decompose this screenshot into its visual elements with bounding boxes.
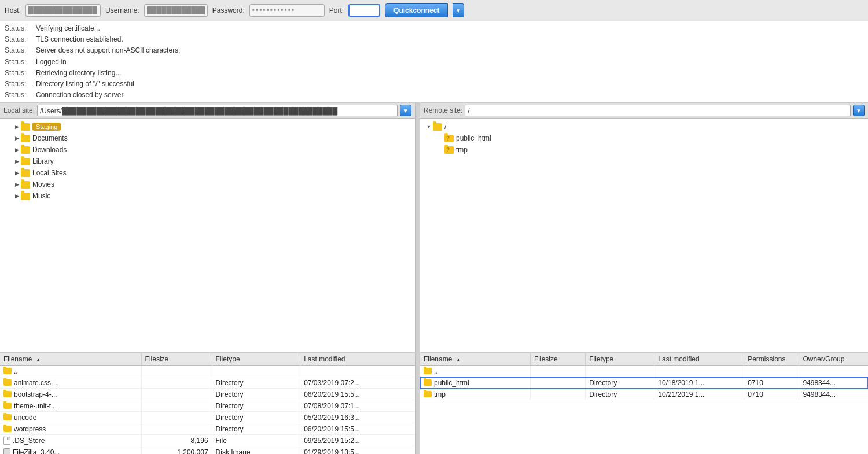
col-filetype-header[interactable]: Filetype xyxy=(212,353,300,366)
tree-item-public-html[interactable]: ▶ public_html xyxy=(420,132,868,144)
col-ownergroup-label: Owner/Group xyxy=(803,355,844,363)
col-filesize-label: Filesize xyxy=(145,355,169,363)
tree-arrow: ▶ xyxy=(13,170,21,176)
local-tree[interactable]: ▶ Staging ▶ Documents ▶ Downloads ▶ Libr… xyxy=(0,119,415,352)
col-filename-header[interactable]: Filename ▲ xyxy=(0,353,141,366)
col-ownergroup-header[interactable]: Owner/Group xyxy=(799,353,868,366)
table-row[interactable]: .. xyxy=(420,366,868,377)
host-input[interactable] xyxy=(25,4,101,17)
tree-arrow: ▶ xyxy=(13,147,21,153)
file-type-cell: Directory xyxy=(212,400,300,412)
remote-site-label: Remote site: xyxy=(424,106,462,115)
file-size-cell xyxy=(531,366,586,377)
remote-site-path[interactable]: / xyxy=(465,105,851,116)
file-type-cell: Directory xyxy=(212,412,300,423)
chevron-down-icon: ▼ xyxy=(403,108,409,114)
disk-icon xyxy=(3,448,10,454)
file-name-cell: wordpress xyxy=(0,423,141,435)
file-size-cell xyxy=(531,377,586,389)
file-mod-cell: 09/25/2019 15:2... xyxy=(300,435,415,446)
folder-icon xyxy=(3,426,12,432)
tree-item-documents[interactable]: ▶ Documents xyxy=(0,132,415,144)
file-mod-cell xyxy=(300,366,415,377)
file-perm-cell xyxy=(744,366,799,377)
col-filesize-header[interactable]: Filesize xyxy=(141,353,212,366)
panel-splitter[interactable] xyxy=(415,103,420,352)
tree-item-label: tmp xyxy=(456,146,468,154)
table-row[interactable]: .DS_Store 8,196 File 09/25/2019 15:2... xyxy=(0,435,415,446)
tree-item-downloads[interactable]: ▶ Downloads xyxy=(0,144,415,156)
tree-item-music[interactable]: ▶ Music xyxy=(0,190,415,202)
table-row[interactable]: bootstrap-4-... Directory 06/20/2019 15:… xyxy=(0,389,415,400)
status-line-7: Status: Connection closed by server xyxy=(5,90,863,101)
folder-icon xyxy=(3,403,12,409)
file-name-cell: public_html xyxy=(420,377,531,389)
file-panels: Filename ▲ Filesize Filetype Last modifi… xyxy=(0,353,868,454)
password-input[interactable] xyxy=(249,4,325,17)
table-row[interactable]: theme-unit-t... Directory 07/08/2019 07:… xyxy=(0,400,415,412)
col-lastmod-header[interactable]: Last modified xyxy=(300,353,415,366)
host-label: Host: xyxy=(5,6,21,14)
status-val-1: Verifying certificate... xyxy=(36,23,100,34)
folder-question-icon xyxy=(444,135,454,142)
tree-item-local-sites[interactable]: ▶ Local Sites xyxy=(0,167,415,179)
file-name-cell: animate.css-... xyxy=(0,377,141,389)
folder-icon xyxy=(21,158,30,165)
col-filesize-label: Filesize xyxy=(534,355,558,363)
folder-icon xyxy=(424,379,432,386)
local-file-table: Filename ▲ Filesize Filetype Last modifi… xyxy=(0,353,415,454)
tree-item-tmp[interactable]: ▶ tmp xyxy=(420,144,868,156)
table-row[interactable]: .. xyxy=(0,366,415,377)
file-mod-cell: 01/29/2019 13:5... xyxy=(300,446,415,454)
remote-file-tbody: .. public_htm xyxy=(420,366,868,400)
local-site-path[interactable]: /Users/█████████████████████████████████… xyxy=(37,105,398,116)
table-row[interactable]: wordpress Directory 06/20/2019 15:5... xyxy=(0,423,415,435)
tree-arrow: ▼ xyxy=(425,124,433,130)
file-name-cell: theme-unit-t... xyxy=(0,400,141,412)
col-filesize-header[interactable]: Filesize xyxy=(531,353,586,366)
file-name-cell: tmp xyxy=(420,389,531,400)
toolbar: Host: Username: Password: Port: Quickcon… xyxy=(0,0,868,21)
tree-item-staging[interactable]: ▶ Staging xyxy=(0,121,415,132)
sort-arrow-icon: ▲ xyxy=(456,357,461,363)
local-file-scroll[interactable]: Filename ▲ Filesize Filetype Last modifi… xyxy=(0,353,415,454)
folder-icon xyxy=(21,193,30,200)
status-key-2: Status: xyxy=(5,34,32,45)
tree-arrow: ▶ xyxy=(13,193,21,199)
status-val-7: Connection closed by server xyxy=(36,90,123,101)
table-row[interactable]: public_html Directory 10/18/2019 1... 07… xyxy=(420,377,868,389)
status-line-6: Status: Directory listing of "/" success… xyxy=(5,79,863,90)
col-permissions-header[interactable]: Permissions xyxy=(744,353,799,366)
table-row[interactable]: tmp Directory 10/21/2019 1... 0710 94983… xyxy=(420,389,868,400)
tree-item-root[interactable]: ▼ / xyxy=(420,121,868,132)
table-row[interactable]: FileZilla_3.40... 1,200,007 Disk Image 0… xyxy=(0,446,415,454)
tree-item-library[interactable]: ▶ Library xyxy=(0,156,415,167)
col-filetype-header[interactable]: Filetype xyxy=(586,353,654,366)
file-owner-cell: 9498344... xyxy=(799,389,868,400)
username-input[interactable] xyxy=(144,4,208,17)
quickconnect-dropdown-button[interactable]: ▼ xyxy=(453,3,464,17)
col-lastmod-header[interactable]: Last modified xyxy=(654,353,744,366)
local-file-header: Filename ▲ Filesize Filetype Last modifi… xyxy=(0,353,415,366)
tree-item-movies[interactable]: ▶ Movies xyxy=(0,179,415,190)
file-size-cell: 8,196 xyxy=(141,435,212,446)
file-size-cell xyxy=(141,377,212,389)
remote-site-dropdown[interactable]: ▼ xyxy=(853,105,865,116)
file-owner-cell: 9498344... xyxy=(799,377,868,389)
table-row[interactable]: uncode Directory 05/20/2019 16:3... xyxy=(0,412,415,423)
remote-file-panel: Filename ▲ Filesize Filetype Last modifi… xyxy=(420,353,868,454)
table-row[interactable]: animate.css-... Directory 07/03/2019 07:… xyxy=(0,377,415,389)
tree-arrow: ▶ xyxy=(13,158,21,164)
tree-arrow: ▶ xyxy=(13,135,21,141)
port-input[interactable] xyxy=(348,4,380,17)
file-size-cell xyxy=(141,423,212,435)
file-panel-splitter[interactable] xyxy=(415,353,420,454)
quickconnect-button[interactable]: Quickconnect xyxy=(385,3,448,17)
remote-file-scroll[interactable]: Filename ▲ Filesize Filetype Last modifi… xyxy=(420,353,868,454)
local-file-tbody: .. animate.css-... xyxy=(0,366,415,454)
local-site-dropdown[interactable]: ▼ xyxy=(400,105,411,116)
col-filename-header[interactable]: Filename ▲ xyxy=(420,353,531,366)
folder-icon xyxy=(3,414,12,420)
tree-arrow: ▶ xyxy=(13,124,21,130)
remote-tree[interactable]: ▼ / ▶ public_html ▶ tmp xyxy=(420,119,868,352)
